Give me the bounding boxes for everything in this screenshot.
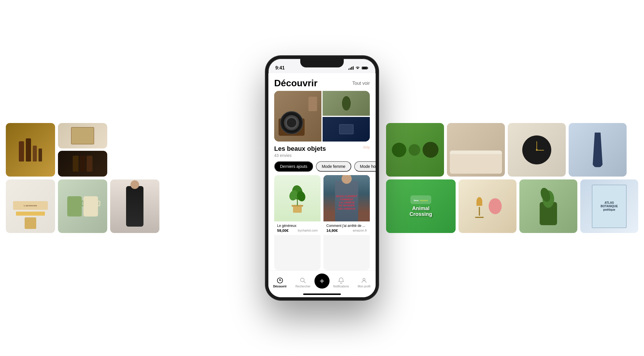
product-info-plant: Le généreux 59,00€ bycharlot.com bbox=[274, 221, 321, 235]
nav-item-decouvrir[interactable]: Découvrir bbox=[268, 277, 292, 288]
bg-image-brown-bottles bbox=[6, 123, 55, 177]
screen-content: Découvrir Tout voir bbox=[268, 73, 376, 297]
product-price-book: 14,90€ bbox=[326, 228, 338, 233]
product-image-book: HUGO CLÉMENTCOMMENTJ'AI ARRÊTÉDE MANGERL… bbox=[323, 175, 370, 221]
battery-icon bbox=[362, 66, 369, 70]
bg-image-soap: L'alchimiste bbox=[6, 179, 55, 233]
nav-label-rechercher: Rechercher bbox=[295, 285, 310, 288]
signal-icon bbox=[348, 66, 354, 70]
bg-image-clock bbox=[508, 123, 566, 177]
hero-section bbox=[268, 91, 376, 142]
product-price-plant: 59,00€ bbox=[277, 228, 289, 233]
right-background: New Horizons AnimalCrossing bbox=[386, 123, 638, 233]
app-title: Découvrir bbox=[274, 78, 317, 89]
bg-image-person bbox=[110, 179, 159, 233]
bg-image-mug-set bbox=[58, 179, 107, 233]
nav-item-rechercher[interactable]: Rechercher bbox=[292, 277, 315, 288]
bg-image-lamp bbox=[459, 179, 516, 233]
svg-line-14 bbox=[304, 281, 305, 283]
hero-images bbox=[274, 91, 370, 142]
hero-image-bag bbox=[323, 117, 370, 142]
svg-rect-1 bbox=[367, 67, 368, 69]
product-grid: Le généreux 59,00€ bycharlot.com bbox=[268, 175, 376, 270]
bell-icon bbox=[338, 277, 345, 284]
bg-image-animal-crossing: New Horizons AnimalCrossing bbox=[386, 179, 456, 233]
filter-tab-femme[interactable]: Mode femme bbox=[316, 161, 351, 172]
hero-image-plant bbox=[323, 91, 370, 116]
bg-image-bag bbox=[58, 123, 107, 148]
status-icons bbox=[348, 66, 369, 70]
nav-label-notifications: Notifications bbox=[333, 285, 349, 288]
hero-image-main bbox=[274, 91, 321, 142]
app-header: Découvrir Tout voir bbox=[268, 73, 376, 91]
home-indicator bbox=[303, 293, 341, 295]
compass-icon bbox=[276, 277, 283, 284]
nav-item-notifications[interactable]: Notifications bbox=[330, 277, 353, 288]
product-info-book: Comment j'ai arrêté de ... 14,90€ amazon… bbox=[323, 221, 370, 235]
status-time: 9:41 bbox=[275, 65, 285, 71]
search-icon bbox=[299, 277, 306, 284]
bg-image-plants-green bbox=[519, 179, 577, 233]
nav-label-decouvrir: Découvrir bbox=[273, 285, 287, 288]
product-source-plant: bycharlot.com bbox=[298, 229, 318, 232]
bg-image-atlas: ATLASBOTANIQUEpoétique bbox=[580, 179, 638, 233]
phone-frame: 9:41 bbox=[265, 56, 379, 300]
book-person-overlay: HUGO CLÉMENTCOMMENTJ'AI ARRÊTÉDE MANGERL… bbox=[323, 175, 370, 221]
plant-svg bbox=[287, 182, 308, 214]
collection-name: Les beaux objets bbox=[274, 145, 326, 153]
person-icon bbox=[361, 277, 368, 284]
bg-image-bed bbox=[447, 123, 505, 177]
product-title-plant: Le généreux bbox=[277, 224, 318, 228]
filter-tab-derniers[interactable]: Derniers ajouts bbox=[274, 161, 313, 172]
svg-point-15 bbox=[363, 278, 365, 280]
bg-image-bottles-small bbox=[58, 151, 107, 177]
product-card-plant[interactable]: Le généreux 59,00€ bycharlot.com bbox=[274, 175, 321, 270]
hero-images-right bbox=[323, 91, 370, 142]
phone-mockup: 9:41 bbox=[265, 56, 379, 300]
nav-item-profil[interactable]: Mon profil bbox=[353, 277, 376, 288]
bg-image-dress bbox=[569, 123, 627, 177]
product-image-plant bbox=[274, 175, 321, 221]
product-source-book: amazon.fr bbox=[353, 229, 367, 232]
collection-info: Les beaux objets 43 envies listy bbox=[268, 142, 376, 158]
filter-tab-homme[interactable]: Mode homme bbox=[354, 161, 376, 172]
product-card-book[interactable]: HUGO CLÉMENTCOMMENTJ'AI ARRÊTÉDE MANGERL… bbox=[323, 175, 370, 270]
phone-notch bbox=[300, 59, 344, 67]
collection-count: 43 envies bbox=[274, 153, 326, 158]
add-button[interactable]: + bbox=[314, 274, 330, 289]
wifi-icon bbox=[355, 66, 360, 70]
left-background: L'alchimiste bbox=[6, 123, 159, 233]
svg-rect-2 bbox=[362, 67, 367, 69]
filter-tabs: Derniers ajouts Mode femme Mode homme bbox=[268, 158, 376, 175]
nav-label-profil: Mon profil bbox=[358, 285, 370, 288]
add-icon: + bbox=[320, 276, 324, 286]
product-title-book: Comment j'ai arrêté de ... bbox=[326, 224, 367, 228]
listy-badge: listy bbox=[363, 145, 370, 149]
tout-voir-link[interactable]: Tout voir bbox=[352, 81, 370, 86]
background-container: L'alchimiste bbox=[0, 0, 644, 356]
bg-image-broccoli bbox=[386, 123, 444, 177]
